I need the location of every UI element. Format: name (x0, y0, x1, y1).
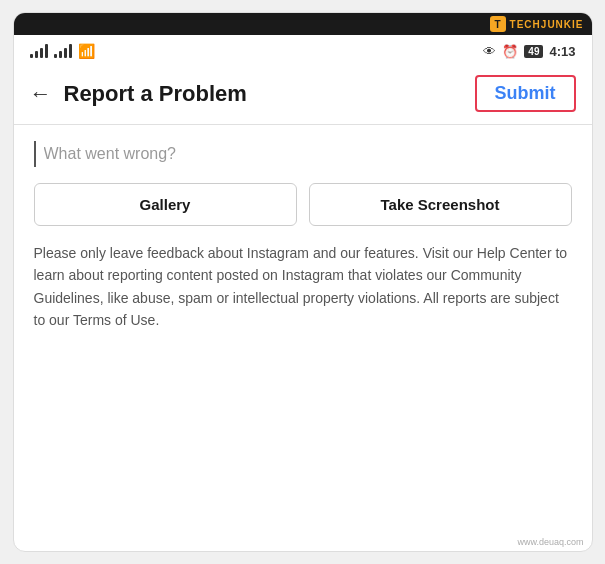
button-row: Gallery Take Screenshot (34, 183, 572, 226)
signal-bar-7 (64, 48, 67, 58)
status-left: 📶 (30, 43, 95, 59)
header: ← Report a Problem Submit (14, 67, 592, 125)
wifi-icon: 📶 (78, 43, 95, 59)
take-screenshot-button[interactable]: Take Screenshot (309, 183, 572, 226)
gallery-button[interactable]: Gallery (34, 183, 297, 226)
page-title: Report a Problem (64, 81, 247, 107)
signal-bar-8 (69, 44, 72, 58)
signal-bar-1 (30, 54, 33, 58)
watermark-bar: T TECHJUNKIE (14, 13, 592, 35)
problem-input[interactable] (34, 141, 572, 167)
signal-bar-6 (59, 51, 62, 58)
description-text: Please only leave feedback about Instagr… (34, 242, 572, 332)
header-left: ← Report a Problem (30, 81, 247, 107)
signal-bar-4 (45, 44, 48, 58)
battery-badge: 49 (524, 45, 543, 58)
status-time: 4:13 (549, 44, 575, 59)
phone-frame: T TECHJUNKIE 📶 👁 ⏰ (13, 12, 593, 552)
content-area: Gallery Take Screenshot Please only leav… (14, 125, 592, 533)
bottom-watermark: www.deuaq.com (14, 533, 592, 551)
signal-bar-5 (54, 54, 57, 58)
watermark-t-icon: T (490, 16, 506, 32)
submit-button[interactable]: Submit (475, 75, 576, 112)
signal-bars-1 (30, 44, 48, 58)
signal-bar-3 (40, 48, 43, 58)
status-right: 👁 ⏰ 49 4:13 (483, 44, 575, 59)
back-button[interactable]: ← (30, 81, 52, 107)
status-bar: 📶 👁 ⏰ 49 4:13 (14, 35, 592, 67)
alarm-icon: ⏰ (502, 44, 518, 59)
watermark-brand: TECHJUNKIE (510, 19, 584, 30)
eye-icon: 👁 (483, 44, 496, 59)
watermark-logo: T TECHJUNKIE (490, 16, 584, 32)
signal-bars-2 (54, 44, 72, 58)
signal-bar-2 (35, 51, 38, 58)
